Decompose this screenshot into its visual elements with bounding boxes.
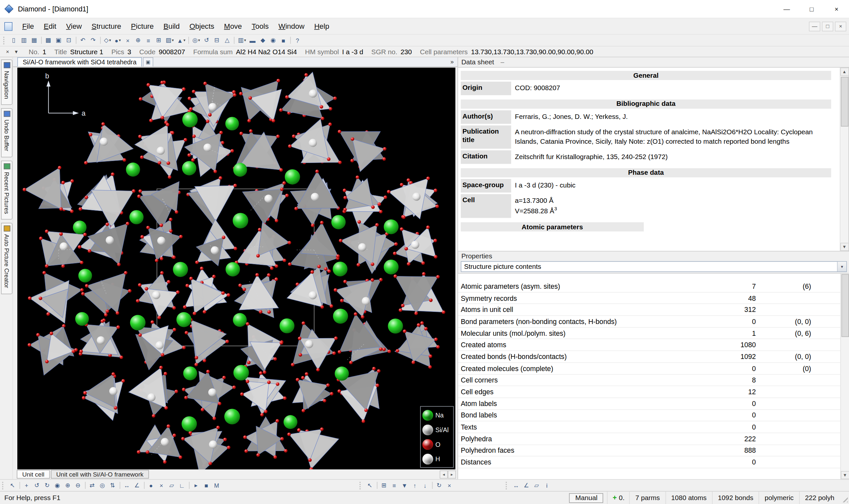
menu-picture[interactable]: Picture [126,19,159,34]
data-sheet-scrollbar[interactable]: ▲ ▼ [840,68,849,251]
properties-table-row[interactable]: Created atoms 1080 [458,339,840,351]
fill-unit-cell-icon[interactable]: ⊞ [154,35,164,45]
scroll-down-icon[interactable]: ▼ [841,471,849,479]
picture-horizontal-scrollbar[interactable]: ◂ ▸ [440,470,456,479]
properties-table-row[interactable]: Created bonds (H-bonds/contacts) 1092 (0… [458,351,840,363]
connect-atoms-icon[interactable]: ≡ [143,35,154,45]
properties-table-row[interactable]: Atoms in unit cell 312 [458,304,840,316]
menu-build[interactable]: Build [159,19,185,34]
rotate-view-icon[interactable]: ↺ [202,35,212,45]
angle-list-icon[interactable]: ∠ [521,481,532,490]
scrollbar-thumb[interactable] [841,77,848,126]
measure-icon[interactable]: ∟ [177,481,187,490]
distance-list-icon[interactable]: ↔ [511,481,521,490]
properties-table-row[interactable]: Distances 0 [458,457,840,468]
close-button[interactable]: × [824,0,849,18]
zoom-fit-icon[interactable]: ⊟ [212,35,222,45]
menu-tools[interactable]: Tools [247,19,274,34]
destroy-icon[interactable]: × [123,35,133,45]
scroll-left-icon[interactable]: ◂ [440,470,448,479]
lights-icon[interactable]: ◉ [268,35,278,45]
play-animation-icon[interactable]: ▸ [191,481,202,490]
scroll-up-icon[interactable]: ▲ [840,68,849,76]
undo-icon[interactable]: ↶ [78,35,88,45]
table-view-icon[interactable]: ⊞ [379,481,389,490]
chevron-down-icon[interactable]: ▾ [837,262,846,271]
properties-table-row[interactable]: Bond labels 0 [458,410,840,421]
rotate-y-icon[interactable]: ↻ [42,481,52,490]
move-picture-icon[interactable]: + [21,481,32,490]
properties-table-row[interactable]: Bond parameters (non-bonding contacts, H… [458,316,840,328]
menu-structure[interactable]: Structure [87,19,126,34]
save-icon[interactable]: ▦ [29,35,39,45]
properties-table-row[interactable]: Atomic parameters (asym. sites) 7 (6) [458,281,840,292]
menu-objects[interactable]: Objects [185,19,219,34]
atom-legend[interactable]: Na Si/Al O H [420,406,454,468]
redo-icon[interactable]: ↷ [88,35,99,45]
structure-dropdown-icon[interactable]: ▾ [12,49,21,55]
properties-table-row[interactable]: Polyhedra 222 [458,433,840,445]
sidebar-tab-auto-picture-creator[interactable]: Auto Picture Creator [1,223,13,294]
menu-edit[interactable]: Edit [39,19,61,34]
menu-view[interactable]: View [61,19,87,34]
movie-mode-icon[interactable]: M [212,481,222,490]
properties-table-row[interactable]: Cell corners 8 [458,375,840,386]
delete-atom-icon[interactable]: × [157,481,167,490]
delete-row-icon[interactable]: × [445,481,455,490]
rotate-z-icon[interactable]: ◉ [53,481,63,490]
properties-content-select[interactable]: Structure picture contents ▾ [461,261,847,272]
menu-help[interactable]: Help [309,19,334,34]
add-atoms-icon[interactable]: ⊕ [133,35,143,45]
select-tool-icon[interactable]: ↖ [7,481,18,490]
collapse-icon[interactable]: – [501,58,504,66]
viewing-direction-icon[interactable]: ◎▾ [191,35,202,45]
tracking-icon[interactable]: ⇄ [87,481,98,490]
pointer-mode-icon[interactable]: ↖ [365,481,375,490]
picture-canvas[interactable]: b a Na Si/Al O H [17,68,455,469]
paste-icon[interactable]: ⊡ [64,35,74,45]
build-molecules-icon[interactable]: ●▾ [113,35,123,45]
maximize-button[interactable]: □ [799,0,824,18]
crystal-structure-render[interactable]: b a [17,68,455,469]
active-picture-tab[interactable]: Si/Al-O framework with SiO4 tetrahedra [17,57,142,66]
child-close-button[interactable]: × [835,21,846,31]
distance-icon[interactable]: ↔ [122,481,132,490]
properties-scrollbar[interactable]: ▼ [841,274,849,479]
list-view-icon[interactable]: ≡ [389,481,399,490]
print-icon[interactable]: ▩ [44,35,54,45]
render-quality-icon[interactable]: ◆ [258,35,268,45]
help-icon[interactable]: ? [293,35,303,45]
refresh-icon[interactable]: ↻ [434,481,444,490]
properties-table-row[interactable]: Polyhedron faces 888 [458,445,840,457]
properties-table-row[interactable]: Atom labels 0 [458,398,840,410]
filter-icon[interactable]: ▼ [399,481,410,490]
add-atom-icon[interactable]: ● [146,481,156,490]
copy-icon[interactable]: ▣ [54,35,64,45]
scroll-down-icon[interactable]: ▼ [840,243,849,251]
spin-icon[interactable]: ◎ [98,481,107,490]
scroll-right-icon[interactable]: ▸ [448,470,456,479]
split-window-icon[interactable]: ▬ [248,35,258,45]
properties-table-row[interactable]: Symmetry records 48 [458,292,840,304]
tab-overflow-icon[interactable]: » [450,57,454,67]
picture-window-restore-button[interactable]: ▣ [143,57,153,66]
polyhedra-icon[interactable]: ▲▾ [175,35,187,45]
rotate-x-icon[interactable]: ↺ [32,481,42,490]
sort-ascending-icon[interactable]: ↑ [410,481,420,490]
new-document-icon[interactable]: ▯ [9,35,19,45]
close-structure-icon[interactable]: × [3,49,12,55]
plane-list-icon[interactable]: ▱ [532,481,542,490]
menu-file[interactable]: File [17,19,39,34]
document-system-icon[interactable] [4,22,13,30]
layout-icon[interactable]: ▥▾ [236,35,248,45]
menu-move[interactable]: Move [219,19,247,34]
picture-tab-unit-cell-framework[interactable]: Unit cell with Si/Al-O framework [51,470,149,479]
child-restore-button[interactable]: □ [822,21,833,31]
sidebar-tab-recent-pictures[interactable]: Recent Pictures [1,160,13,220]
open-icon[interactable]: ▥ [19,35,29,45]
status-mode[interactable]: Manual [569,493,603,503]
zoom-out-icon[interactable]: ⊖ [73,481,83,490]
background-icon[interactable]: ■ [279,35,289,45]
scrollbar-thumb[interactable] [841,274,849,337]
picture-tab-unit-cell[interactable]: Unit cell [17,470,50,479]
